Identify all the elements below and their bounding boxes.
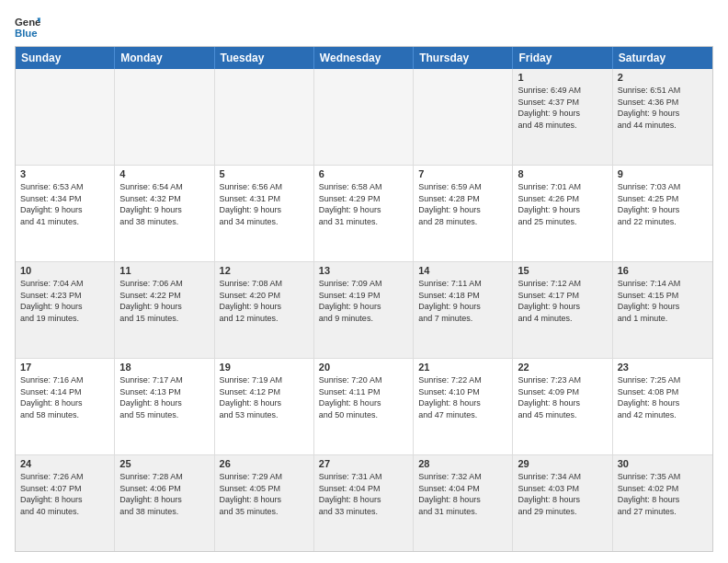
calendar-header-cell: Monday	[115, 47, 214, 69]
day-number: 30	[618, 458, 708, 469]
day-info: Sunrise: 7:14 AM Sunset: 4:15 PM Dayligh…	[618, 278, 708, 324]
day-info: Sunrise: 7:06 AM Sunset: 4:22 PM Dayligh…	[119, 278, 209, 324]
calendar-cell: 12Sunrise: 7:08 AM Sunset: 4:20 PM Dayli…	[215, 262, 314, 358]
day-number: 27	[319, 458, 408, 469]
day-number: 14	[418, 265, 507, 276]
day-number: 22	[518, 362, 607, 373]
day-number: 5	[220, 168, 309, 179]
day-info: Sunrise: 7:17 AM Sunset: 4:13 PM Dayligh…	[119, 374, 209, 420]
calendar-cell: 15Sunrise: 7:12 AM Sunset: 4:17 PM Dayli…	[513, 262, 612, 358]
calendar-cell: 22Sunrise: 7:23 AM Sunset: 4:09 PM Dayli…	[513, 359, 612, 454]
calendar-cell: 25Sunrise: 7:28 AM Sunset: 4:06 PM Dayli…	[115, 455, 214, 551]
day-info: Sunrise: 7:01 AM Sunset: 4:26 PM Dayligh…	[518, 181, 607, 227]
day-info: Sunrise: 6:51 AM Sunset: 4:36 PM Dayligh…	[618, 85, 708, 131]
calendar-body: 1Sunrise: 6:49 AM Sunset: 4:37 PM Daylig…	[16, 69, 712, 551]
day-info: Sunrise: 7:22 AM Sunset: 4:10 PM Dayligh…	[418, 374, 507, 420]
header: General Blue	[15, 11, 713, 40]
day-info: Sunrise: 7:11 AM Sunset: 4:18 PM Dayligh…	[418, 278, 507, 324]
calendar-cell: 23Sunrise: 7:25 AM Sunset: 4:08 PM Dayli…	[613, 359, 712, 454]
day-info: Sunrise: 7:19 AM Sunset: 4:12 PM Dayligh…	[220, 374, 309, 420]
calendar-cell: 20Sunrise: 7:20 AM Sunset: 4:11 PM Dayli…	[314, 359, 414, 454]
calendar-header: SundayMondayTuesdayWednesdayThursdayFrid…	[16, 47, 712, 69]
day-info: Sunrise: 7:23 AM Sunset: 4:09 PM Dayligh…	[518, 374, 607, 420]
day-info: Sunrise: 7:31 AM Sunset: 4:04 PM Dayligh…	[319, 471, 408, 517]
day-info: Sunrise: 7:35 AM Sunset: 4:02 PM Dayligh…	[618, 471, 708, 517]
day-number: 2	[618, 72, 708, 83]
day-number: 28	[418, 458, 507, 469]
day-info: Sunrise: 6:49 AM Sunset: 4:37 PM Dayligh…	[518, 85, 607, 131]
day-info: Sunrise: 7:04 AM Sunset: 4:23 PM Dayligh…	[20, 278, 109, 324]
calendar-cell: 1Sunrise: 6:49 AM Sunset: 4:37 PM Daylig…	[513, 69, 612, 165]
calendar-cell	[16, 69, 115, 165]
day-number: 29	[518, 458, 607, 469]
day-number: 16	[618, 265, 708, 276]
calendar-week-row: 10Sunrise: 7:04 AM Sunset: 4:23 PM Dayli…	[16, 261, 712, 358]
day-info: Sunrise: 7:20 AM Sunset: 4:11 PM Dayligh…	[319, 374, 408, 420]
day-number: 19	[220, 362, 309, 373]
calendar-cell: 8Sunrise: 7:01 AM Sunset: 4:26 PM Daylig…	[513, 166, 612, 261]
day-number: 15	[518, 265, 607, 276]
day-number: 11	[119, 265, 209, 276]
day-info: Sunrise: 7:08 AM Sunset: 4:20 PM Dayligh…	[220, 278, 309, 324]
day-info: Sunrise: 7:12 AM Sunset: 4:17 PM Dayligh…	[518, 278, 607, 324]
calendar-week-row: 3Sunrise: 6:53 AM Sunset: 4:34 PM Daylig…	[16, 165, 712, 261]
svg-text:General: General	[15, 17, 40, 28]
calendar: SundayMondayTuesdayWednesdayThursdayFrid…	[15, 46, 713, 552]
day-number: 20	[319, 362, 408, 373]
calendar-cell: 29Sunrise: 7:34 AM Sunset: 4:03 PM Dayli…	[513, 455, 612, 551]
day-number: 3	[20, 168, 109, 179]
logo: General Blue	[15, 15, 40, 40]
calendar-cell	[115, 69, 214, 165]
day-number: 13	[319, 265, 408, 276]
calendar-week-row: 17Sunrise: 7:16 AM Sunset: 4:14 PM Dayli…	[16, 358, 712, 454]
day-info: Sunrise: 6:58 AM Sunset: 4:29 PM Dayligh…	[319, 181, 408, 227]
day-number: 9	[618, 168, 708, 179]
svg-text:Blue: Blue	[15, 28, 38, 39]
day-number: 1	[518, 72, 607, 83]
calendar-cell: 4Sunrise: 6:54 AM Sunset: 4:32 PM Daylig…	[115, 166, 214, 261]
calendar-cell: 3Sunrise: 6:53 AM Sunset: 4:34 PM Daylig…	[16, 166, 115, 261]
day-number: 25	[119, 458, 209, 469]
day-number: 12	[220, 265, 309, 276]
day-info: Sunrise: 7:32 AM Sunset: 4:04 PM Dayligh…	[418, 471, 507, 517]
day-number: 6	[319, 168, 408, 179]
calendar-cell: 11Sunrise: 7:06 AM Sunset: 4:22 PM Dayli…	[115, 262, 214, 358]
day-info: Sunrise: 7:29 AM Sunset: 4:05 PM Dayligh…	[220, 471, 309, 517]
day-info: Sunrise: 7:03 AM Sunset: 4:25 PM Dayligh…	[618, 181, 708, 227]
day-info: Sunrise: 7:28 AM Sunset: 4:06 PM Dayligh…	[119, 471, 209, 517]
calendar-week-row: 1Sunrise: 6:49 AM Sunset: 4:37 PM Daylig…	[16, 69, 712, 165]
calendar-cell: 6Sunrise: 6:58 AM Sunset: 4:29 PM Daylig…	[314, 166, 414, 261]
day-info: Sunrise: 6:59 AM Sunset: 4:28 PM Dayligh…	[418, 181, 507, 227]
calendar-cell: 13Sunrise: 7:09 AM Sunset: 4:19 PM Dayli…	[314, 262, 414, 358]
calendar-header-cell: Friday	[513, 47, 612, 69]
calendar-cell: 19Sunrise: 7:19 AM Sunset: 4:12 PM Dayli…	[215, 359, 314, 454]
calendar-cell: 16Sunrise: 7:14 AM Sunset: 4:15 PM Dayli…	[613, 262, 712, 358]
day-info: Sunrise: 7:09 AM Sunset: 4:19 PM Dayligh…	[319, 278, 408, 324]
calendar-cell: 24Sunrise: 7:26 AM Sunset: 4:07 PM Dayli…	[16, 455, 115, 551]
calendar-week-row: 24Sunrise: 7:26 AM Sunset: 4:07 PM Dayli…	[16, 454, 712, 551]
calendar-cell: 27Sunrise: 7:31 AM Sunset: 4:04 PM Dayli…	[314, 455, 414, 551]
day-number: 18	[119, 362, 209, 373]
calendar-cell: 2Sunrise: 6:51 AM Sunset: 4:36 PM Daylig…	[613, 69, 712, 165]
day-number: 21	[418, 362, 507, 373]
calendar-cell: 30Sunrise: 7:35 AM Sunset: 4:02 PM Dayli…	[613, 455, 712, 551]
calendar-cell: 18Sunrise: 7:17 AM Sunset: 4:13 PM Dayli…	[115, 359, 214, 454]
calendar-cell: 5Sunrise: 6:56 AM Sunset: 4:31 PM Daylig…	[215, 166, 314, 261]
calendar-cell	[314, 69, 414, 165]
day-info: Sunrise: 6:56 AM Sunset: 4:31 PM Dayligh…	[220, 181, 309, 227]
calendar-cell: 10Sunrise: 7:04 AM Sunset: 4:23 PM Dayli…	[16, 262, 115, 358]
calendar-cell	[215, 69, 314, 165]
day-number: 24	[20, 458, 109, 469]
day-number: 4	[119, 168, 209, 179]
calendar-cell: 28Sunrise: 7:32 AM Sunset: 4:04 PM Dayli…	[414, 455, 513, 551]
page: General Blue SundayMondayTuesdayWednesda…	[0, 0, 728, 563]
day-number: 23	[618, 362, 708, 373]
calendar-cell	[414, 69, 513, 165]
calendar-header-cell: Thursday	[414, 47, 513, 69]
calendar-cell: 9Sunrise: 7:03 AM Sunset: 4:25 PM Daylig…	[613, 166, 712, 261]
day-info: Sunrise: 7:26 AM Sunset: 4:07 PM Dayligh…	[20, 471, 109, 517]
day-number: 10	[20, 265, 109, 276]
calendar-cell: 14Sunrise: 7:11 AM Sunset: 4:18 PM Dayli…	[414, 262, 513, 358]
day-info: Sunrise: 6:53 AM Sunset: 4:34 PM Dayligh…	[20, 181, 109, 227]
day-number: 8	[518, 168, 607, 179]
